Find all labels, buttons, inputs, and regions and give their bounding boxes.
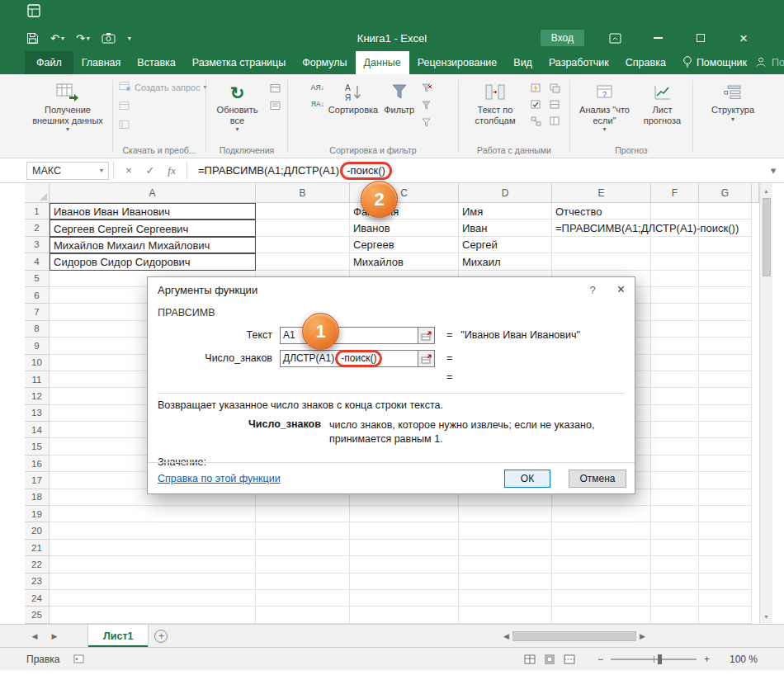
cell-E24[interactable] — [552, 590, 651, 607]
cell-B24[interactable] — [256, 590, 350, 607]
outline-button[interactable]: Структура ▾ — [710, 78, 756, 125]
cell-E20[interactable] — [552, 522, 651, 539]
cell-E2[interactable]: =ПРАВСИМВ(A1;ДЛСТР(A1)-поиск()) — [552, 220, 651, 236]
row-header-16[interactable]: 16 — [25, 456, 50, 472]
tab-assistant[interactable]: Помощник — [674, 51, 755, 74]
column-header-G[interactable]: G — [699, 183, 752, 203]
cell-F12[interactable] — [651, 388, 699, 404]
cell-B22[interactable] — [256, 556, 350, 573]
num-chars-argument-input[interactable]: ДЛСТР(A1)-поиск() — [280, 350, 418, 367]
connections-icon[interactable] — [267, 81, 284, 95]
cell-F16[interactable] — [651, 456, 699, 472]
cell-F11[interactable] — [651, 371, 699, 388]
camera-icon[interactable] — [102, 32, 116, 44]
cell-A20[interactable] — [50, 522, 256, 539]
cell-G23[interactable] — [699, 574, 752, 590]
cell-C22[interactable] — [350, 556, 459, 573]
ribb­on-display-options-icon[interactable] — [602, 27, 627, 49]
column-header-D[interactable]: D — [459, 183, 552, 203]
cell-E4[interactable] — [552, 253, 651, 270]
close-button[interactable]: × — [731, 27, 756, 49]
row-header-15[interactable]: 15 — [25, 438, 50, 455]
confirm-entry-icon[interactable]: ✓ — [139, 162, 161, 180]
ribbon-tab-7[interactable]: Вид — [505, 51, 541, 74]
scroll-up-icon[interactable]: ▲ — [763, 183, 769, 198]
insert-function-icon[interactable]: fx — [161, 162, 182, 180]
refresh-all-button[interactable]: ↻ Обновить все ▾ — [210, 78, 265, 135]
cancel-button[interactable]: Отмена — [569, 470, 626, 488]
cell-D3[interactable]: Сергей — [459, 237, 552, 253]
collapse-dialog-button[interactable] — [418, 350, 435, 367]
zoom-out-icon[interactable]: − — [597, 654, 603, 665]
cell-F24[interactable] — [651, 590, 699, 607]
share-button[interactable]: Поделиться — [755, 51, 784, 74]
cell-A24[interactable] — [50, 590, 256, 607]
cell-G9[interactable] — [699, 338, 752, 354]
minimize-button[interactable] — [645, 27, 670, 49]
row-header-8[interactable]: 8 — [25, 321, 50, 338]
cell-C4[interactable]: Михайлов — [350, 253, 459, 270]
cell-F4[interactable] — [651, 253, 699, 270]
select-all-corner[interactable] — [25, 183, 50, 203]
cell-G5[interactable] — [699, 271, 752, 287]
cell-A19[interactable] — [50, 506, 256, 522]
manage-data-model-icon[interactable] — [546, 114, 563, 128]
sort-button[interactable]: АЯ Сортировка — [327, 78, 380, 117]
cell-G14[interactable] — [699, 422, 752, 438]
cell-E23[interactable] — [552, 574, 651, 590]
column-header-F[interactable]: F — [651, 183, 699, 203]
recent-sources-button[interactable] — [116, 116, 133, 134]
expand-formula-bar-icon[interactable]: ▾ — [763, 162, 784, 180]
cell-B19[interactable] — [256, 506, 350, 522]
cell-E19[interactable] — [552, 506, 651, 522]
row-header-12[interactable]: 12 — [25, 388, 50, 404]
cell-D1[interactable]: Имя — [459, 203, 552, 220]
page-break-view-icon[interactable] — [560, 651, 579, 668]
cell-F25[interactable] — [651, 607, 699, 623]
forecast-sheet-button[interactable]: Лист прогноза — [637, 78, 688, 127]
cell-F9[interactable] — [651, 338, 699, 354]
cell-C24[interactable] — [350, 590, 459, 607]
formula-input[interactable]: =ПРАВСИМВ(A1;ДЛСТР(A1)-поиск() — [191, 162, 763, 180]
cell-F14[interactable] — [651, 422, 699, 438]
row-header-11[interactable]: 11 — [25, 371, 50, 388]
row-header-23[interactable]: 23 — [25, 574, 50, 590]
row-header-22[interactable]: 22 — [25, 556, 50, 573]
redo-icon[interactable]: ↷▾ — [76, 32, 90, 45]
cell-D20[interactable] — [459, 522, 552, 539]
column-header-A[interactable]: A — [50, 183, 256, 203]
cell-G16[interactable] — [699, 456, 752, 472]
cell-B4[interactable] — [256, 253, 350, 270]
cell-E3[interactable] — [552, 237, 651, 253]
cell-G18[interactable] — [699, 489, 752, 506]
relationships-icon[interactable] — [527, 114, 544, 128]
vertical-scrollbar[interactable]: ▲ ▼ — [759, 183, 772, 624]
cell-C19[interactable] — [350, 506, 459, 522]
cell-F15[interactable] — [651, 438, 699, 455]
cell-F1[interactable] — [651, 203, 699, 220]
data-validation-icon[interactable] — [527, 97, 544, 111]
normal-view-icon[interactable] — [520, 651, 540, 668]
what-if-analysis-button[interactable]: ? Анализ "что если" ▾ — [575, 78, 635, 135]
remove-duplicates-icon[interactable] — [546, 81, 563, 95]
row-header-21[interactable]: 21 — [25, 540, 50, 556]
cell-G3[interactable] — [699, 237, 752, 253]
cell-F20[interactable] — [651, 522, 699, 539]
cell-G8[interactable] — [699, 321, 752, 338]
cell-F7[interactable] — [651, 304, 699, 320]
cell-A21[interactable] — [50, 540, 256, 556]
row-header-7[interactable]: 7 — [25, 304, 50, 320]
hscroll-right-icon[interactable]: ▶ — [640, 632, 645, 640]
sheet-nav-left-icon[interactable]: ◀ — [25, 625, 45, 647]
reapply-filter-icon[interactable] — [418, 98, 435, 112]
cell-C21[interactable] — [350, 540, 459, 556]
cell-G6[interactable] — [699, 287, 752, 304]
cell-G25[interactable] — [699, 607, 752, 623]
cell-A25[interactable] — [50, 607, 256, 623]
cell-F17[interactable] — [651, 472, 699, 489]
cell-E25[interactable] — [552, 607, 651, 623]
cell-G15[interactable] — [699, 438, 752, 455]
row-header-2[interactable]: 2 — [25, 220, 50, 236]
cancel-entry-icon[interactable]: × — [118, 162, 139, 180]
hscroll-left-icon[interactable]: ◀ — [503, 632, 509, 640]
